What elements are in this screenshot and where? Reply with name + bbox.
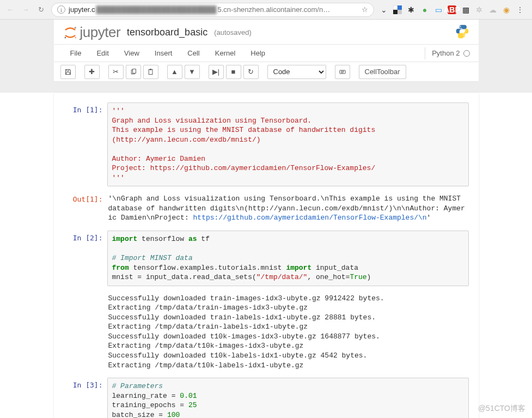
menu-kernel[interactable]: Kernel xyxy=(207,46,243,60)
celltoolbar-button[interactable]: CellToolbar xyxy=(359,65,406,79)
in-prompt: In [3]: xyxy=(64,378,107,418)
svg-point-8 xyxy=(463,35,464,36)
bug-icon[interactable]: ✱ xyxy=(407,5,415,14)
jupyter-page: jupyter tensorboard_basic (autosaved) Fi… xyxy=(54,20,479,82)
svg-point-4 xyxy=(74,27,76,29)
notebook-body: In [1]: ''' Graph and Loss visualization… xyxy=(0,93,532,418)
delicious-icon[interactable] xyxy=(393,5,402,14)
svg-rect-3 xyxy=(398,10,402,14)
notebook-title[interactable]: tensorboard_basic xyxy=(127,27,207,38)
svg-point-5 xyxy=(64,37,66,38)
url-suffix: 5.cn-shenzhen.alicontainer.com/n… xyxy=(217,5,330,14)
output-cell: Successfully downloaded train-images-idx… xyxy=(64,292,469,372)
grey-wheel-icon[interactable]: ✲ xyxy=(475,5,484,14)
url-blurred: ████████████████████████ xyxy=(95,5,217,14)
copy-button[interactable] xyxy=(126,65,141,79)
save-button[interactable] xyxy=(60,65,76,79)
svg-point-6 xyxy=(75,37,76,38)
code-input[interactable]: ''' Graph and Loss visualization using T… xyxy=(107,102,469,186)
jupyter-logo-icon xyxy=(63,25,78,40)
svg-rect-1 xyxy=(398,5,402,10)
watermark: @51CTO博客 xyxy=(478,404,525,414)
interrupt-button[interactable]: ■ xyxy=(226,65,241,79)
move-down-button[interactable]: ▼ xyxy=(185,65,200,79)
green-dot-icon[interactable]: ● xyxy=(420,5,429,14)
site-info-icon[interactable]: i xyxy=(57,5,65,14)
notebook-container: In [1]: ''' Graph and Loss visualization… xyxy=(54,93,479,418)
svg-rect-9 xyxy=(66,69,69,71)
jupyter-logo-text: jupyter xyxy=(80,24,121,41)
window-icon[interactable]: ▭ xyxy=(434,5,443,14)
menubar: File Edit View Insert Cell Kernel Help P… xyxy=(54,45,479,62)
paste-button[interactable] xyxy=(143,65,158,79)
code-input[interactable]: import tensorflow as tf # Import MINST d… xyxy=(107,231,469,286)
in-prompt: In [2]: xyxy=(64,231,107,286)
abp-icon[interactable]: ABP xyxy=(448,5,456,14)
autosave-label: (autosaved) xyxy=(214,28,252,37)
forward-button[interactable]: → xyxy=(21,5,30,14)
celltype-select[interactable]: Code xyxy=(267,65,326,79)
svg-rect-2 xyxy=(393,10,398,14)
reload-button[interactable]: ↻ xyxy=(36,5,46,14)
cut-button[interactable]: ✂ xyxy=(108,65,124,79)
code-cell[interactable]: In [3]: # Parameters learning_rate = 0.0… xyxy=(64,378,469,418)
extension-icons: ⌄ ✱ ● ▭ ABP ▩ ✲ ☁ ◉ ⋮ xyxy=(380,5,527,14)
python-logo-icon xyxy=(455,23,470,42)
star-icon[interactable]: ☆ xyxy=(362,5,368,14)
restart-button[interactable]: ↻ xyxy=(243,65,259,79)
output-text: '\nGraph and Loss visualization using Te… xyxy=(107,192,469,225)
back-button[interactable]: ← xyxy=(5,5,15,14)
kernel-idle-icon xyxy=(463,50,470,57)
command-palette-button[interactable] xyxy=(335,65,350,79)
code-input[interactable]: # Parameters learning_rate = 0.01 traini… xyxy=(107,378,469,418)
out-prompt: Out[1]: xyxy=(64,192,107,225)
svg-rect-13 xyxy=(149,69,152,74)
browser-menu-icon[interactable]: ⋮ xyxy=(516,5,524,14)
kernel-name: Python 2 xyxy=(432,49,460,57)
svg-point-7 xyxy=(460,26,461,27)
svg-rect-12 xyxy=(132,69,136,73)
address-bar[interactable]: i jupyter.c ████████████████████████ 5.c… xyxy=(51,3,374,17)
menu-help[interactable]: Help xyxy=(243,46,273,60)
menu-view[interactable]: View xyxy=(117,46,147,60)
menu-insert[interactable]: Insert xyxy=(147,46,180,60)
code-cell[interactable]: In [1]: ''' Graph and Loss visualization… xyxy=(64,102,469,186)
svg-rect-14 xyxy=(150,69,151,70)
out-prompt xyxy=(64,292,107,372)
orange-icon[interactable]: ◉ xyxy=(502,5,511,14)
menu-file[interactable]: File xyxy=(63,46,89,60)
run-button[interactable]: ▶| xyxy=(209,65,224,79)
notebook-header: jupyter tensorboard_basic (autosaved) xyxy=(54,20,479,45)
svg-rect-10 xyxy=(66,72,70,74)
pocket-icon[interactable]: ⌄ xyxy=(380,5,388,14)
add-cell-button[interactable]: ✚ xyxy=(84,65,100,79)
menu-edit[interactable]: Edit xyxy=(89,46,116,60)
url-prefix: jupyter.c xyxy=(69,5,95,14)
output-cell: Out[1]: '\nGraph and Loss visualization … xyxy=(64,192,469,225)
qr-icon[interactable]: ▩ xyxy=(461,5,470,14)
kernel-indicator: Python 2 xyxy=(425,47,469,59)
svg-rect-0 xyxy=(393,5,398,10)
toolbar: ✚ ✂ ▲ ▼ ▶| ■ ↻ Code CellToolbar xyxy=(54,62,479,82)
move-up-button[interactable]: ▲ xyxy=(167,65,182,79)
stdout-text: Successfully downloaded train-images-idx… xyxy=(107,292,469,372)
menu-cell[interactable]: Cell xyxy=(180,46,207,60)
code-cell[interactable]: In [2]: import tensorflow as tf # Import… xyxy=(64,231,469,286)
jupyter-logo[interactable]: jupyter xyxy=(63,24,121,41)
browser-chrome: ← → ↻ i jupyter.c ██████████████████████… xyxy=(0,0,532,20)
in-prompt: In [1]: xyxy=(64,102,107,186)
cloud-icon[interactable]: ☁ xyxy=(488,5,497,14)
